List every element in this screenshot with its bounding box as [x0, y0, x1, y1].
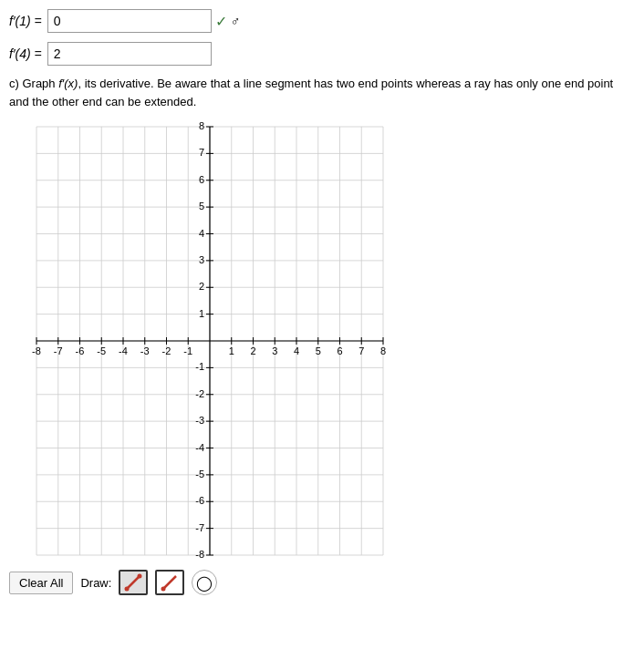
- formula2-row: f′(4) =: [9, 42, 635, 66]
- clear-all-button[interactable]: Clear All: [9, 572, 73, 594]
- formula2-label: f′(4) =: [9, 46, 42, 61]
- graph-container: [9, 118, 392, 564]
- svg-point-1: [125, 587, 130, 592]
- svg-point-2: [138, 574, 142, 579]
- graph-description: c) Graph f′(x), its derivative. Be aware…: [9, 75, 629, 110]
- draw-ray-button[interactable]: [155, 570, 184, 595]
- toolbar: Clear All Draw: ◯: [9, 570, 635, 595]
- draw-segment-button[interactable]: [119, 570, 148, 595]
- svg-line-0: [127, 576, 140, 589]
- formula2-input[interactable]: [47, 42, 212, 66]
- settings-icon: ◯: [196, 574, 213, 592]
- formula1-label: f′(1) =: [9, 14, 42, 28]
- math-label: f′(x): [58, 77, 78, 90]
- segment-icon: [123, 572, 143, 592]
- svg-line-3: [163, 576, 176, 589]
- svg-point-4: [161, 587, 166, 592]
- formula1-input[interactable]: [47, 9, 212, 33]
- formula1-row: f′(1) = ✓ ♂: [9, 9, 635, 33]
- draw-label: Draw:: [80, 576, 111, 590]
- graph-canvas[interactable]: [9, 118, 392, 564]
- check-icon: ✓: [215, 13, 227, 30]
- ray-icon: [160, 572, 180, 592]
- settings-button[interactable]: ◯: [192, 570, 217, 595]
- reset-icon[interactable]: ♂: [231, 14, 241, 28]
